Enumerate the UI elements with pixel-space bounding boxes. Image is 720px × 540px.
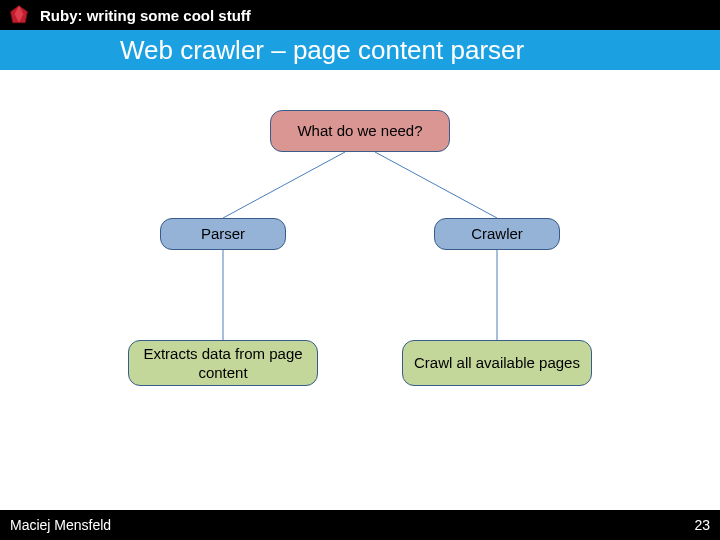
node-label: Extracts data from page content: [137, 344, 309, 383]
footer-bar: Maciej Mensfeld 23: [0, 510, 720, 540]
diagram-node-parser: Parser: [160, 218, 286, 250]
svg-line-2: [223, 152, 345, 218]
header-text: Ruby: writing some cool stuff: [40, 7, 251, 24]
node-label: Parser: [201, 224, 245, 244]
svg-line-3: [375, 152, 497, 218]
diagram-node-crawler: Crawler: [434, 218, 560, 250]
diagram-node-crawl-all: Crawl all available pages: [402, 340, 592, 386]
diagram-node-root: What do we need?: [270, 110, 450, 152]
footer-author: Maciej Mensfeld: [10, 517, 111, 533]
footer-page-number: 23: [694, 517, 710, 533]
ruby-logo-icon: [8, 4, 30, 26]
node-label: What do we need?: [297, 121, 422, 141]
diagram-area: What do we need? Parser Crawler Extracts…: [0, 70, 720, 510]
header-bar: Ruby: writing some cool stuff: [0, 0, 720, 30]
page-title: Web crawler – page content parser: [120, 35, 524, 66]
node-label: Crawler: [471, 224, 523, 244]
title-bar: Web crawler – page content parser: [0, 30, 720, 70]
node-label: Crawl all available pages: [414, 353, 580, 373]
diagram-node-extracts: Extracts data from page content: [128, 340, 318, 386]
